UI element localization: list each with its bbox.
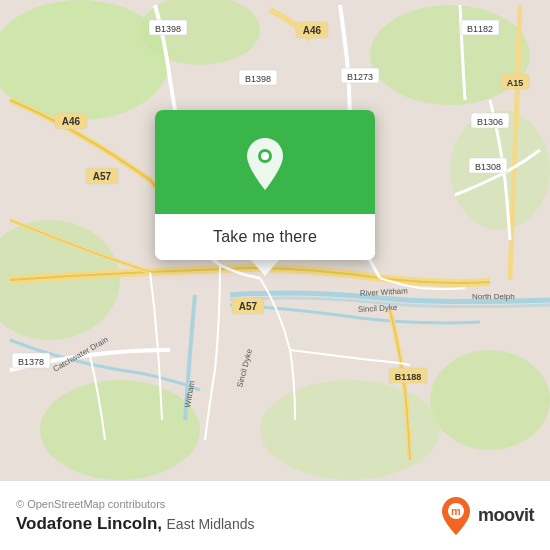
location-name: Vodafone Lincoln, [16, 514, 162, 533]
svg-point-3 [370, 5, 530, 105]
location-region: East Midlands [167, 516, 255, 532]
popup-green-area [155, 110, 375, 214]
moovit-logo: m moovit [440, 497, 534, 535]
popup-wrapper: Take me there [155, 110, 375, 276]
svg-text:North Delph: North Delph [472, 292, 515, 301]
svg-text:A57: A57 [93, 171, 112, 182]
svg-text:A46: A46 [62, 116, 81, 127]
svg-text:A46: A46 [303, 25, 322, 36]
svg-point-8 [260, 380, 440, 480]
svg-text:B1308: B1308 [475, 162, 501, 172]
map-container: A46 A46 A57 A57 B1398 B1398 B1273 B1182 … [0, 0, 550, 480]
svg-point-7 [40, 380, 200, 480]
moovit-text-label: moovit [478, 505, 534, 526]
svg-text:A15: A15 [507, 78, 524, 88]
bottom-left: © OpenStreetMap contributors Vodafone Li… [16, 498, 254, 534]
svg-text:B1398: B1398 [155, 24, 181, 34]
svg-text:m: m [451, 505, 461, 517]
take-me-there-button[interactable]: Take me there [155, 214, 375, 260]
copyright-text: © OpenStreetMap contributors [16, 498, 254, 510]
popup-card: Take me there [155, 110, 375, 260]
svg-point-5 [430, 350, 550, 450]
moovit-icon: m [440, 497, 472, 535]
svg-point-42 [261, 152, 269, 160]
location-pin-icon [241, 138, 289, 194]
location-info: Vodafone Lincoln, East Midlands [16, 514, 254, 534]
svg-text:B1378: B1378 [18, 357, 44, 367]
svg-text:B1306: B1306 [477, 117, 503, 127]
svg-text:A57: A57 [239, 301, 258, 312]
popup-caret [251, 260, 279, 276]
bottom-bar: © OpenStreetMap contributors Vodafone Li… [0, 480, 550, 550]
svg-text:B1188: B1188 [395, 372, 422, 382]
svg-text:B1273: B1273 [347, 72, 373, 82]
svg-text:B1398: B1398 [245, 74, 271, 84]
svg-text:B1182: B1182 [467, 24, 493, 34]
